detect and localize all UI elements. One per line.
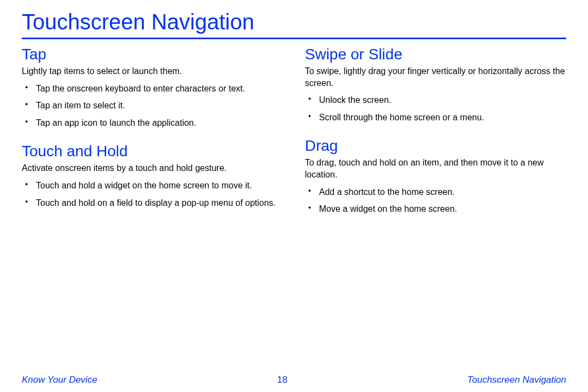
list-item: Add a shortcut to the home screen.	[307, 186, 566, 198]
section-heading: Drag	[305, 137, 566, 155]
list-item: Touch and hold a widget on the home scre…	[24, 180, 283, 192]
section-list: Touch and hold a widget on the home scre…	[22, 180, 283, 209]
footer-right: Touchscreen Navigation	[467, 375, 566, 385]
list-item: Tap an app icon to launch the applicatio…	[24, 117, 283, 129]
left-column: Tap Lightly tap items to select or launc…	[22, 46, 283, 229]
section-list: Unlock the screen. Scroll through the ho…	[305, 94, 566, 123]
page: Touchscreen Navigation Tap Lightly tap i…	[0, 0, 588, 229]
section-heading: Swipe or Slide	[305, 46, 566, 63]
section-heading: Tap	[22, 46, 283, 63]
page-footer: Know Your Device 18 Touchscreen Navigati…	[0, 375, 588, 385]
section-desc: To drag, touch and hold on an item, and …	[305, 157, 566, 180]
content-columns: Tap Lightly tap items to select or launc…	[22, 46, 566, 229]
list-item: Unlock the screen.	[307, 94, 566, 106]
section-heading: Touch and Hold	[22, 143, 283, 160]
section-list: Add a shortcut to the home screen. Move …	[305, 186, 566, 215]
section-desc: Lightly tap items to select or launch th…	[22, 65, 283, 77]
list-item: Tap the onscreen keyboard to enter chara…	[24, 83, 283, 95]
section-desc: Activate onscreen items by a touch and h…	[22, 162, 283, 174]
list-item: Touch and hold on a field to display a p…	[24, 197, 283, 209]
section-swipe: Swipe or Slide To swipe, lightly drag yo…	[305, 46, 566, 123]
right-column: Swipe or Slide To swipe, lightly drag yo…	[305, 46, 566, 229]
section-tap: Tap Lightly tap items to select or launc…	[22, 46, 283, 128]
list-item: Move a widget on the home screen.	[307, 203, 566, 215]
list-item: Scroll through the home screen or a menu…	[307, 112, 566, 124]
footer-page-number: 18	[277, 375, 287, 385]
page-title: Touchscreen Navigation	[22, 10, 566, 39]
footer-left: Know Your Device	[22, 375, 97, 385]
section-drag: Drag To drag, touch and hold on an item,…	[305, 137, 566, 215]
list-item: Tap an item to select it.	[24, 100, 283, 112]
section-list: Tap the onscreen keyboard to enter chara…	[22, 83, 283, 129]
section-desc: To swipe, lightly drag your finger verti…	[305, 65, 566, 89]
section-touch-hold: Touch and Hold Activate onscreen items b…	[22, 143, 283, 209]
